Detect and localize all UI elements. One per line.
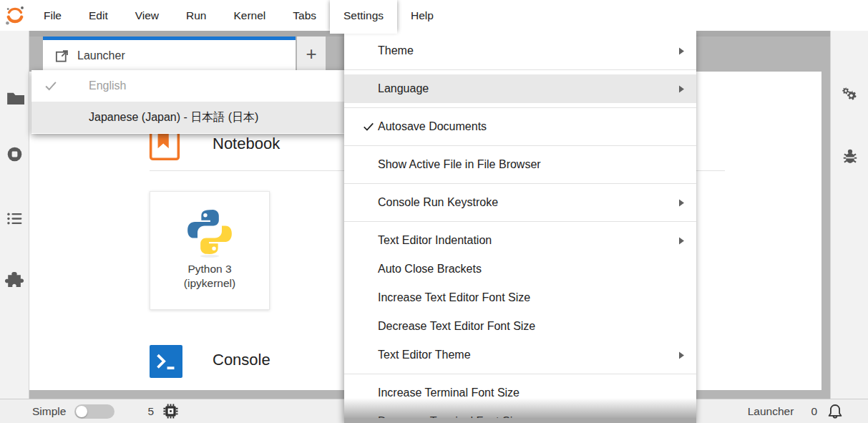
submenu-arrow-icon xyxy=(678,85,685,93)
menu-separator xyxy=(344,183,696,184)
submenu-arrow-icon xyxy=(678,47,685,55)
language-option-label: Japanese (Japan) - 日本語 (日本) xyxy=(89,110,258,125)
menubar-item-file[interactable]: File xyxy=(30,0,75,31)
menubar-item-view[interactable]: View xyxy=(122,0,172,31)
menu-item-text-editor-indentation[interactable]: Text Editor Indentation xyxy=(344,226,696,255)
console-section-title: Console xyxy=(213,351,270,369)
tab-launcher[interactable]: Launcher xyxy=(43,37,296,72)
simple-mode-toggle[interactable] xyxy=(74,404,114,419)
simple-mode-label: Simple xyxy=(32,405,66,418)
kernel-chip-icon xyxy=(162,403,179,419)
menu-item-text-editor-theme[interactable]: Text Editor Theme xyxy=(344,341,696,369)
menubar-item-tabs[interactable]: Tabs xyxy=(279,0,330,31)
context-label: Launcher xyxy=(748,405,794,418)
menu-item-increase-text-editor-font-size[interactable]: Increase Text Editor Font Size xyxy=(344,283,696,312)
statusbar-right: Launcher 0 xyxy=(748,403,844,420)
extension-puzzle-icon xyxy=(4,270,24,290)
menubar-item-settings[interactable]: Settings xyxy=(330,0,397,31)
bell-icon[interactable] xyxy=(826,403,844,420)
left-sidebar xyxy=(0,31,29,399)
language-option-english[interactable]: English xyxy=(31,70,344,102)
language-submenu: EnglishJapanese (Japan) - 日本語 (日本) xyxy=(31,70,344,134)
sidebar-button-extension-manager[interactable] xyxy=(0,266,29,294)
menu-separator xyxy=(344,374,696,374)
notebook-section-title: Notebook xyxy=(213,135,280,153)
new-launcher-button[interactable]: + xyxy=(297,37,326,72)
kernel-card-subtitle: (ipykernel) xyxy=(150,276,269,291)
menubar: FileEditViewRunKernelTabsSettingsHelp xyxy=(0,0,868,31)
menu-separator xyxy=(344,145,696,146)
python-logo-icon xyxy=(182,205,237,259)
menu-item-show-active-file-in-file-browser[interactable]: Show Active File in File Browser xyxy=(344,150,696,179)
menu-item-label: Text Editor Theme xyxy=(378,349,471,361)
property-inspector-gears-icon xyxy=(839,84,861,106)
menu-item-label: Decrease Terminal Font Size xyxy=(378,415,525,423)
menubar-item-edit[interactable]: Edit xyxy=(75,0,122,31)
notification-count: 0 xyxy=(811,405,817,418)
menu-item-label: Language xyxy=(378,82,429,95)
launcher-icon xyxy=(54,49,69,64)
language-option-label: English xyxy=(89,79,126,92)
submenu-arrow-icon xyxy=(678,199,685,207)
statusbar-left: Simple 5 xyxy=(32,403,179,419)
jupyter-logo-icon[interactable] xyxy=(0,0,30,31)
checkmark-icon xyxy=(43,78,59,94)
menu-item-label: Auto Close Brackets xyxy=(378,263,482,276)
submenu-arrow-icon xyxy=(678,237,685,245)
kernel-card-title: Python 3 xyxy=(150,262,269,276)
table-of-contents-icon xyxy=(5,209,24,228)
menu-item-language[interactable]: Language xyxy=(344,74,696,103)
jupyterlab-window: FileEditViewRunKernelTabsSettingsHelp La… xyxy=(0,0,868,423)
settings-menu: ThemeLanguageAutosave DocumentsShow Acti… xyxy=(344,31,696,423)
console-icon xyxy=(150,345,182,378)
debugger-bug-icon xyxy=(841,147,859,165)
menu-item-label: Decrease Text Editor Font Size xyxy=(378,320,535,333)
menu-item-label: Increase Terminal Font Size xyxy=(378,386,520,399)
menu-item-decrease-terminal-font-size[interactable]: Decrease Terminal Font Size xyxy=(344,407,696,423)
checkmark-icon xyxy=(361,120,376,134)
right-sidebar xyxy=(830,31,868,399)
kernel-count: 5 xyxy=(147,405,154,418)
folder-icon xyxy=(5,88,24,107)
menu-separator xyxy=(344,69,696,70)
menu-separator xyxy=(344,107,696,108)
kernel-status-indicator[interactable]: 5 xyxy=(147,403,179,419)
menu-item-autosave-documents[interactable]: Autosave Documents xyxy=(344,112,696,141)
sidebar-button-running-sessions[interactable] xyxy=(0,140,29,168)
menu-item-decrease-text-editor-font-size[interactable]: Decrease Text Editor Font Size xyxy=(344,312,696,341)
menubar-item-kernel[interactable]: Kernel xyxy=(220,0,279,31)
menu-item-label: Increase Text Editor Font Size xyxy=(378,291,530,304)
language-option-japanese[interactable]: Japanese (Japan) - 日本語 (日本) xyxy=(31,102,344,133)
python3-kernel-card[interactable]: Python 3 (ipykernel) xyxy=(150,191,270,310)
toggle-knob xyxy=(76,406,87,417)
tab-launcher-label: Launcher xyxy=(77,49,125,62)
menu-item-label: Text Editor Indentation xyxy=(378,234,492,247)
menu-item-label: Theme xyxy=(378,44,414,57)
sidebar-button-debugger[interactable] xyxy=(836,142,864,170)
menu-item-increase-terminal-font-size[interactable]: Increase Terminal Font Size xyxy=(344,379,696,407)
running-sessions-icon xyxy=(5,145,24,164)
sidebar-button-table-of-contents[interactable] xyxy=(0,204,29,233)
menu-item-auto-close-brackets[interactable]: Auto Close Brackets xyxy=(344,255,696,283)
menu-item-label: Show Active File in File Browser xyxy=(378,158,541,171)
sidebar-button-file-browser[interactable] xyxy=(0,83,29,112)
menubar-item-run[interactable]: Run xyxy=(172,0,220,31)
menubar-item-help[interactable]: Help xyxy=(397,0,447,31)
submenu-arrow-icon xyxy=(678,351,685,359)
menu-item-console-run-keystroke[interactable]: Console Run Keystroke xyxy=(344,188,696,217)
menu-separator xyxy=(344,221,696,222)
menu-item-label: Console Run Keystroke xyxy=(378,196,498,209)
menu-item-theme[interactable]: Theme xyxy=(344,37,696,65)
sidebar-button-property-inspector[interactable] xyxy=(836,81,864,110)
menu-item-label: Autosave Documents xyxy=(378,120,487,133)
